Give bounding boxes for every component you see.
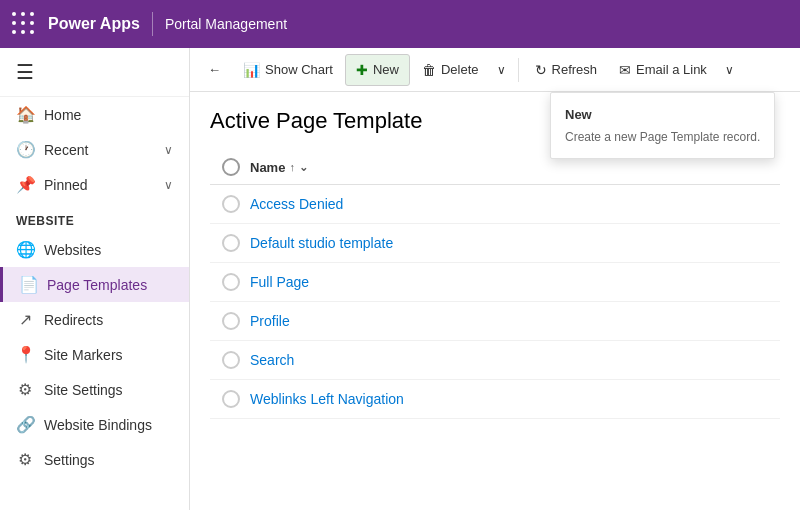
select-all-checkbox[interactable]	[222, 158, 240, 176]
tooltip-description: Create a new Page Template record.	[551, 128, 774, 150]
new-button[interactable]: ✚ New	[345, 54, 410, 86]
show-chart-label: Show Chart	[265, 62, 333, 77]
tooltip-title: New	[551, 101, 774, 128]
row-checkbox[interactable]	[222, 234, 240, 252]
delete-dropdown-button[interactable]: ∨	[491, 54, 512, 86]
sidebar-item-site-markers[interactable]: 📍 Site Markers	[0, 337, 189, 372]
sidebar-website-bindings-label: Website Bindings	[44, 417, 152, 433]
email-icon: ✉	[619, 62, 631, 78]
chart-icon: 📊	[243, 62, 260, 78]
table-row[interactable]: Access Denied	[210, 185, 780, 224]
row-checkbox[interactable]	[222, 312, 240, 330]
row-link[interactable]: Profile	[250, 313, 290, 329]
row-link[interactable]: Weblinks Left Navigation	[250, 391, 404, 407]
new-button-tooltip: New Create a new Page Template record.	[550, 92, 775, 159]
websites-icon: 🌐	[16, 240, 34, 259]
settings-icon: ⚙	[16, 450, 34, 469]
site-markers-icon: 📍	[16, 345, 34, 364]
sidebar-item-page-templates[interactable]: 📄 Page Templates	[0, 267, 189, 302]
new-icon: ✚	[356, 62, 368, 78]
row-link[interactable]: Search	[250, 352, 294, 368]
sidebar: ☰ 🏠 Home 🕐 Recent ∨ 📌 Pinned ∨ Website 🌐…	[0, 48, 190, 510]
sidebar-page-templates-label: Page Templates	[47, 277, 147, 293]
sidebar-top: ☰	[0, 48, 189, 97]
back-button[interactable]: ←	[198, 54, 231, 86]
delete-button[interactable]: 🗑 Delete	[412, 54, 489, 86]
sidebar-menu-button[interactable]: ☰	[12, 56, 38, 88]
col-name-label: Name	[250, 160, 285, 175]
new-label: New	[373, 62, 399, 77]
sidebar-item-redirects[interactable]: ↗ Redirects	[0, 302, 189, 337]
sidebar-pinned-label: Pinned	[44, 177, 88, 193]
row-checkbox[interactable]	[222, 195, 240, 213]
row-checkbox[interactable]	[222, 273, 240, 291]
sidebar-item-settings[interactable]: ⚙ Settings	[0, 442, 189, 477]
table-row[interactable]: Weblinks Left Navigation	[210, 380, 780, 419]
app-grid-icon[interactable]	[12, 12, 36, 36]
sidebar-redirects-label: Redirects	[44, 312, 103, 328]
more-dropdown-button[interactable]: ∨	[719, 54, 740, 86]
page-templates-icon: 📄	[19, 275, 37, 294]
layout: ☰ 🏠 Home 🕐 Recent ∨ 📌 Pinned ∨ Website 🌐…	[0, 48, 800, 510]
sidebar-home-label: Home	[44, 107, 81, 123]
back-icon: ←	[208, 62, 221, 77]
pinned-chevron-icon: ∨	[164, 178, 173, 192]
refresh-icon: ↻	[535, 62, 547, 78]
sidebar-item-site-settings[interactable]: ⚙ Site Settings	[0, 372, 189, 407]
sidebar-recent-label: Recent	[44, 142, 88, 158]
top-bar: Power Apps Portal Management	[0, 0, 800, 48]
sort-asc-icon[interactable]: ↑	[289, 161, 295, 173]
delete-label: Delete	[441, 62, 479, 77]
sidebar-websites-label: Websites	[44, 242, 101, 258]
sidebar-site-settings-label: Site Settings	[44, 382, 123, 398]
refresh-button[interactable]: ↻ Refresh	[525, 54, 608, 86]
table-row[interactable]: Profile	[210, 302, 780, 341]
sidebar-item-website-bindings[interactable]: 🔗 Website Bindings	[0, 407, 189, 442]
refresh-label: Refresh	[552, 62, 598, 77]
table-row[interactable]: Full Page	[210, 263, 780, 302]
email-link-button[interactable]: ✉ Email a Link	[609, 54, 717, 86]
sidebar-item-pinned[interactable]: 📌 Pinned ∨	[0, 167, 189, 202]
col-name-header: Name ↑ ⌄	[250, 160, 308, 175]
top-bar-divider	[152, 12, 153, 36]
row-checkbox[interactable]	[222, 351, 240, 369]
sidebar-settings-label: Settings	[44, 452, 95, 468]
delete-icon: 🗑	[422, 62, 436, 78]
recent-icon: 🕐	[16, 140, 34, 159]
row-link[interactable]: Default studio template	[250, 235, 393, 251]
toolbar-separator	[518, 58, 519, 82]
toolbar: ← 📊 Show Chart ✚ New 🗑 Delete ∨ ↻ Refres…	[190, 48, 800, 92]
filter-icon[interactable]: ⌄	[299, 161, 308, 174]
email-link-label: Email a Link	[636, 62, 707, 77]
portal-subtitle: Portal Management	[165, 16, 287, 32]
sidebar-item-home[interactable]: 🏠 Home	[0, 97, 189, 132]
row-link[interactable]: Access Denied	[250, 196, 343, 212]
table-row[interactable]: Default studio template	[210, 224, 780, 263]
sidebar-item-recent[interactable]: 🕐 Recent ∨	[0, 132, 189, 167]
pinned-icon: 📌	[16, 175, 34, 194]
sidebar-item-websites[interactable]: 🌐 Websites	[0, 232, 189, 267]
home-icon: 🏠	[16, 105, 34, 124]
table-row[interactable]: Search	[210, 341, 780, 380]
redirects-icon: ↗	[16, 310, 34, 329]
show-chart-button[interactable]: 📊 Show Chart	[233, 54, 343, 86]
row-link[interactable]: Full Page	[250, 274, 309, 290]
sidebar-site-markers-label: Site Markers	[44, 347, 123, 363]
recent-chevron-icon: ∨	[164, 143, 173, 157]
row-checkbox[interactable]	[222, 390, 240, 408]
main-area: ← 📊 Show Chart ✚ New 🗑 Delete ∨ ↻ Refres…	[190, 48, 800, 510]
app-name: Power Apps	[48, 15, 140, 33]
sidebar-section-website: Website	[0, 202, 189, 232]
website-bindings-icon: 🔗	[16, 415, 34, 434]
site-settings-icon: ⚙	[16, 380, 34, 399]
